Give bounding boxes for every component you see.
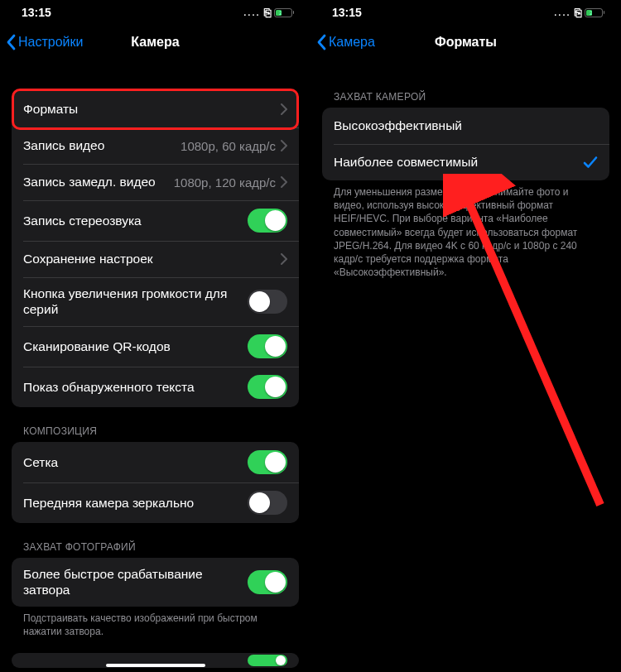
hotspot-icon: ⎘ [264,6,271,19]
status-bar: 13:15 .... ⎘ 27 [310,0,621,25]
group-header-composition: КОМПОЗИЦИЯ [0,425,310,442]
battery-icon: 27 [274,8,295,17]
settings-list-capture: Более быстрое срабатывание затвора [12,558,299,607]
formats-list: Высокоэффективный Наиболее совместимый [322,108,609,180]
row-faster-shutter[interactable]: Более быстрое срабатывание затвора [12,558,299,607]
group-header-capture-camera: ЗАХВАТ КАМЕРОЙ [310,91,621,108]
toggle-volume-burst[interactable] [248,290,287,314]
toggle-mirror-front[interactable] [248,491,287,515]
row-record-video[interactable]: Запись видео 1080p, 60 кадр/с [12,127,299,164]
group-header-capture: ЗАХВАТ ФОТОГРАФИЙ [0,541,310,558]
cellular-dots-icon: .... [243,7,260,17]
toggle-detected-text[interactable] [248,375,287,399]
chevron-right-icon [281,103,287,115]
home-indicator[interactable] [106,664,205,667]
toggle-grid[interactable] [248,450,287,474]
status-right: .... ⎘ 27 [243,6,294,19]
battery-icon: 27 [585,8,605,17]
back-label: Настройки [18,35,83,50]
status-time: 13:15 [22,6,51,19]
row-mirror-front[interactable]: Передняя камера зеркально [12,482,299,523]
row-slomo-video[interactable]: Запись замедл. видео 1080p, 120 кадр/с [12,164,299,200]
row-most-compatible[interactable]: Наиболее совместимый [322,144,609,180]
chevron-right-icon [281,176,287,188]
row-save-settings[interactable]: Сохранение настроек [12,241,299,277]
back-button[interactable]: Камера [317,34,375,50]
row-high-efficiency[interactable]: Высокоэффективный [322,108,609,144]
back-button[interactable]: Настройки [7,34,83,50]
cellular-dots-icon: .... [554,7,570,17]
toggle-faster-shutter[interactable] [248,570,287,594]
row-detected-text[interactable]: Показ обнаруженного текста [12,367,299,407]
chevron-right-icon [281,140,287,151]
settings-list-main: Форматы Запись видео 1080p, 60 кадр/с За… [12,91,299,407]
row-stereo-sound[interactable]: Запись стереозвука [12,200,299,241]
nav-bar: Настройки Камера [0,25,310,60]
toggle-qr[interactable] [248,334,287,358]
checkmark-icon [583,156,598,169]
nav-bar: Камера Форматы [310,25,621,60]
toggle-stereo[interactable] [248,209,287,233]
row-volume-burst[interactable]: Кнопка увеличения громкости для серий [12,277,299,326]
footer-note-formats: Для уменьшения размера файла снимайте фо… [310,180,621,279]
chevron-right-icon [281,253,287,265]
row-formats[interactable]: Форматы [12,91,299,127]
row-qr-scan[interactable]: Сканирование QR-кодов [12,326,299,367]
row-grid[interactable]: Сетка [12,442,299,482]
toggle-partial[interactable] [248,655,287,666]
status-right: .... ⎘ 27 [554,6,604,19]
hotspot-icon: ⎘ [575,6,581,19]
chevron-left-icon [317,34,327,50]
status-bar: 13:15 .... ⎘ 27 [0,0,310,25]
back-label: Камера [329,35,375,50]
screen-formats: 13:15 .... ⎘ 27 Камера Форматы ЗАХВАТ КА… [310,0,621,672]
status-time: 13:15 [332,6,362,19]
screen-camera-settings: 13:15 .... ⎘ 27 Настройки Камера Форматы [0,0,310,672]
footer-note-capture: Подстраивать качество изображений при бы… [0,607,310,638]
chevron-left-icon [7,34,17,50]
settings-list-composition: Сетка Передняя камера зеркально [12,442,299,523]
